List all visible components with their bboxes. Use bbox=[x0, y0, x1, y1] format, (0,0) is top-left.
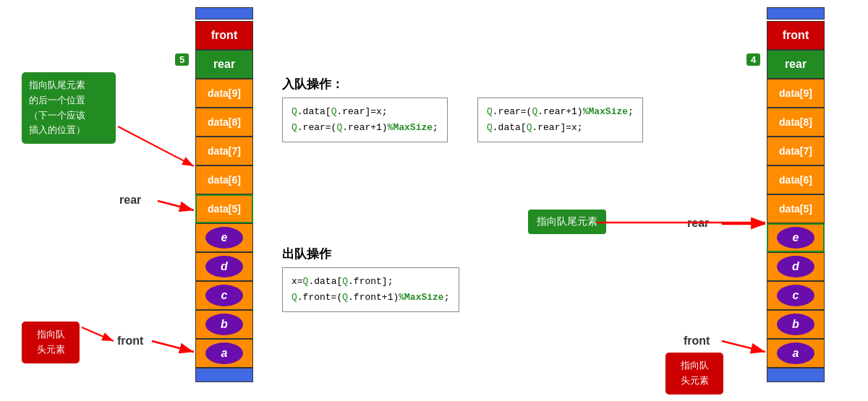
right-oval-c: c bbox=[767, 281, 825, 310]
left-data5-cell: data[5] bbox=[195, 194, 253, 223]
right-data7-cell: data[7] bbox=[767, 137, 825, 165]
dequeue-code-box: x=Q.data[Q.front]; Q.front=(Q.front+1)%M… bbox=[282, 267, 459, 312]
right-rear-label: rear bbox=[687, 217, 709, 230]
right-oval-e: e bbox=[767, 223, 825, 252]
right-bottom-blue bbox=[767, 368, 825, 382]
left-oval-c: c bbox=[195, 281, 253, 310]
left-top-blue bbox=[195, 7, 253, 20]
svg-line-3 bbox=[158, 201, 194, 210]
right-front-label: front bbox=[684, 335, 710, 348]
right-data8-cell: data[8] bbox=[767, 108, 825, 137]
left-bottom-blue bbox=[195, 368, 253, 382]
dequeue-title: 出队操作 bbox=[282, 246, 331, 262]
left-oval-a: a bbox=[195, 339, 253, 368]
svg-line-2 bbox=[118, 126, 194, 166]
left-data9-cell: data[9] bbox=[195, 79, 253, 108]
right-index-4-badge: 4 bbox=[746, 53, 760, 66]
left-data8-cell: data[8] bbox=[195, 108, 253, 137]
svg-line-4 bbox=[152, 341, 194, 352]
right-data5-cell: data[5] bbox=[767, 194, 825, 223]
right-data9-cell: data[9] bbox=[767, 79, 825, 108]
right-rear-cell: rear bbox=[767, 50, 825, 79]
right-front-cell: front bbox=[767, 21, 825, 50]
svg-line-7 bbox=[722, 341, 765, 352]
left-data7-cell: data[7] bbox=[195, 137, 253, 165]
left-data6-cell: data[6] bbox=[195, 165, 253, 194]
right-data6-cell: data[6] bbox=[767, 165, 825, 194]
left-front-label: front bbox=[117, 335, 143, 348]
right-top-blue bbox=[767, 7, 825, 20]
left-oval-d: d bbox=[195, 252, 253, 281]
left-rear-label: rear bbox=[119, 194, 141, 207]
left-oval-e: e bbox=[195, 223, 253, 252]
right-oval-a: a bbox=[767, 339, 825, 368]
left-callout-green: 指向队尾元素 的后一个位置 （下一个应该 插入的位置） bbox=[22, 72, 116, 144]
svg-line-8 bbox=[82, 327, 114, 341]
left-oval-b: b bbox=[195, 310, 253, 339]
enqueue-code-box-2: Q.rear=(Q.rear+1)%MaxSize; Q.data[Q.rear… bbox=[477, 98, 643, 142]
right-oval-d: d bbox=[767, 252, 825, 281]
left-front-cell: front bbox=[195, 21, 253, 50]
right-callout-green: 指向队尾元素 bbox=[528, 210, 606, 234]
enqueue-code-box-1: Q.data[Q.rear]=x; Q.rear=(Q.rear+1)%MaxS… bbox=[282, 98, 448, 142]
enqueue-title: 入队操作： bbox=[282, 76, 344, 92]
left-index-5-badge: 5 bbox=[175, 53, 189, 66]
left-callout-red: 指向队 头元素 bbox=[22, 322, 80, 363]
right-oval-b: b bbox=[767, 310, 825, 339]
left-rear-cell: rear bbox=[195, 50, 253, 79]
right-callout-red: 指向队 头元素 bbox=[665, 353, 723, 394]
